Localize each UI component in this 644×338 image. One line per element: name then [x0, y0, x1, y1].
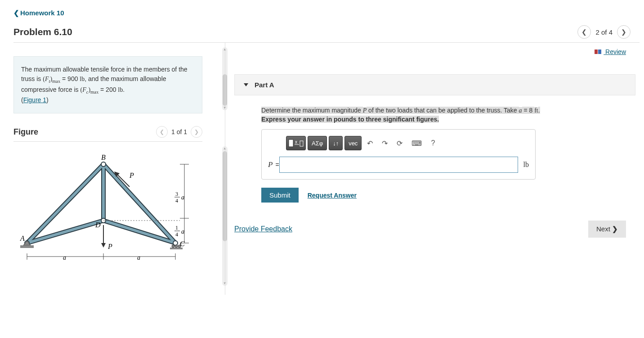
svg-text:4: 4	[175, 198, 178, 204]
subscript-button[interactable]: ↓↑	[329, 136, 343, 150]
book-icon	[595, 49, 602, 56]
greek-button[interactable]: ΑΣφ	[308, 136, 327, 150]
answer-variable: P	[268, 160, 273, 169]
redo-button[interactable]: ↷	[378, 136, 391, 150]
answer-equals: =	[275, 161, 279, 168]
undo-button[interactable]: ↶	[363, 136, 376, 150]
svg-rect-25	[20, 245, 34, 248]
svg-rect-53	[289, 140, 293, 147]
figure-link[interactable]: Figure 1	[23, 96, 46, 104]
svg-text:a: a	[137, 254, 140, 261]
provide-feedback-link[interactable]: Provide Feedback	[234, 225, 292, 233]
svg-text:C: C	[180, 240, 185, 248]
equation-toolbar: x ΑΣφ ↓↑ vec ↶ ↷ ⟳ ⌨ ?	[286, 136, 529, 150]
svg-text:P: P	[107, 243, 112, 250]
figure-prev-button: ❮	[156, 126, 168, 138]
svg-text:D: D	[95, 221, 101, 229]
reset-button[interactable]: ⟳	[393, 136, 406, 150]
problem-nav: ❮ 2 of 4 ❯	[577, 25, 631, 39]
prev-problem-button[interactable]: ❮	[577, 25, 591, 39]
svg-rect-52	[598, 50, 601, 54]
svg-rect-29	[170, 248, 183, 249]
next-problem-button[interactable]: ❯	[617, 25, 631, 39]
svg-point-22	[173, 241, 178, 245]
figure-position: 1 of 1	[171, 128, 187, 135]
part-header[interactable]: Part A	[234, 74, 635, 95]
svg-text:a: a	[181, 194, 184, 201]
submit-button[interactable]: Submit	[261, 188, 299, 203]
svg-text:B: B	[101, 153, 106, 161]
problem-position: 2 of 4	[595, 28, 613, 36]
truss-figure: A B C D P P a a 3 4 a 1 4	[13, 151, 193, 268]
part-label: Part A	[255, 81, 274, 89]
svg-rect-56	[300, 141, 303, 146]
svg-text:1: 1	[175, 225, 178, 231]
svg-point-26	[172, 245, 174, 248]
answer-instruction: Express your answer in pounds to three s…	[261, 116, 439, 123]
chevron-left-icon: ❮	[13, 9, 19, 17]
svg-text:4: 4	[175, 231, 178, 238]
svg-point-27	[175, 245, 178, 248]
svg-text:a: a	[181, 228, 184, 235]
question-text: Determine the maximum magnitude P of the…	[261, 106, 603, 124]
svg-point-21	[101, 162, 106, 167]
svg-marker-33	[101, 243, 106, 248]
problem-title: Problem 6.10	[13, 27, 72, 37]
svg-text:3: 3	[175, 191, 178, 197]
templates-button[interactable]: x	[286, 136, 306, 150]
answer-box: x ΑΣφ ↓↑ vec ↶ ↷ ⟳ ⌨ ? P =	[261, 129, 536, 180]
caret-down-icon	[244, 83, 248, 86]
answer-unit: lb	[523, 161, 529, 169]
request-answer-link[interactable]: Request Answer	[308, 192, 357, 199]
svg-text:x: x	[295, 140, 297, 144]
answer-input[interactable]	[279, 157, 518, 173]
breadcrumb-link[interactable]: ❮Homework 10	[13, 9, 640, 17]
next-button[interactable]: Next ❯	[588, 221, 626, 238]
next-label: Next	[596, 225, 610, 233]
svg-rect-51	[595, 50, 598, 54]
svg-text:A: A	[20, 234, 25, 242]
breadcrumb-text: Homework 10	[20, 9, 64, 17]
svg-text:a: a	[63, 254, 66, 261]
help-button[interactable]: ?	[427, 136, 438, 150]
problem-description-box: The maximum allowable tensile force in t…	[13, 56, 202, 113]
review-label: Review	[604, 48, 626, 55]
figure-next-button: ❯	[191, 126, 202, 138]
figure-label: Figure	[13, 127, 38, 137]
vector-button[interactable]: vec	[344, 136, 362, 150]
keyboard-button[interactable]: ⌨	[408, 136, 425, 150]
review-link[interactable]: Review	[595, 48, 626, 56]
svg-text:P: P	[129, 171, 134, 179]
